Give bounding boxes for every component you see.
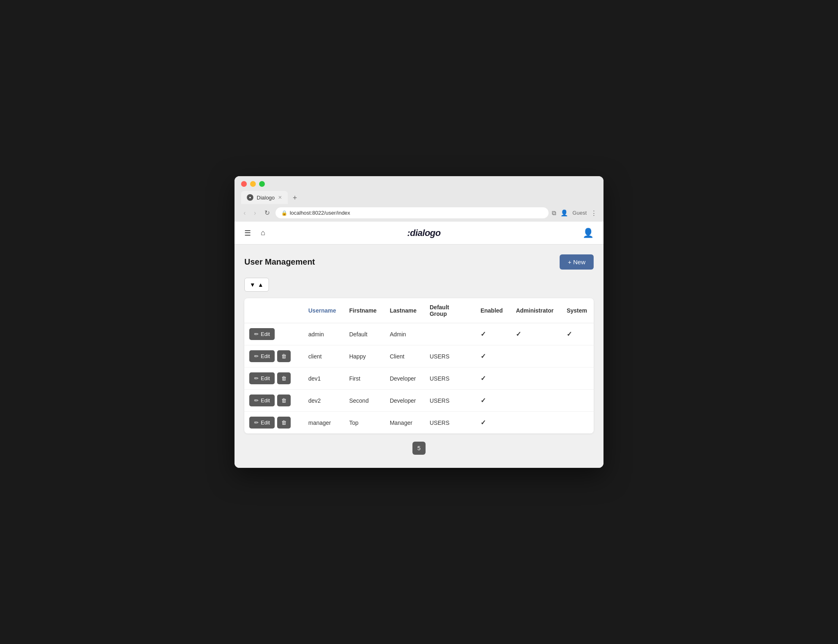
reload-button[interactable]: ↻ [262,208,272,218]
page-title: User Management [244,257,315,267]
lock-icon: 🔒 [281,210,287,216]
delete-button-manager[interactable]: 🗑 [277,417,291,429]
home-button[interactable]: ⌂ [259,227,267,239]
table-row: ✏ Edit🗑managerTopManagerUSERS✓ [244,412,594,434]
sort-icon: ▲ [258,281,264,288]
cell-username: dev2 [302,390,343,412]
table-row: ✏ EditadminDefaultAdmin✓✓✓ [244,323,594,345]
check-icon: ✓ [480,419,486,426]
col-header-administrator: Administrator [509,298,560,323]
cell-username: admin [302,323,343,345]
user-profile-button[interactable]: 👤 [581,226,595,240]
filter-bar: ▼ ▲ [244,278,594,292]
table-row: ✏ Edit🗑dev2SecondDeveloperUSERS✓ [244,390,594,412]
address-bar: ‹ › ↻ 🔒 localhost:8022/user/index ⧉ 👤 Gu… [235,204,603,222]
hamburger-menu-button[interactable]: ☰ [243,227,253,239]
row-actions: ✏ Edit [244,323,302,345]
header-left: ☰ ⌂ [243,227,267,239]
check-icon: ✓ [567,331,572,338]
check-icon: ✓ [480,331,486,338]
active-tab[interactable]: ● Dialogo ✕ [241,191,288,204]
filter-icon: ▼ [250,281,255,288]
users-table: Username Firstname Lastname Default Grou… [244,298,594,433]
maximize-traffic-light[interactable] [259,181,265,187]
cell-lastname: Manager [383,412,423,434]
cell-administrator [509,345,560,367]
cell-username: dev1 [302,367,343,390]
profile-icon[interactable]: 👤 [560,209,568,217]
address-bar-controls: ⧉ 👤 Guest ⋮ [552,209,597,217]
traffic-lights [241,181,597,187]
col-header-username[interactable]: Username [302,298,343,323]
guest-label: Guest [572,210,587,216]
col-header-default-group: Default Group [423,298,474,323]
url-bar[interactable]: 🔒 localhost:8022/user/index [276,207,549,218]
pencil-icon: ✏ [254,331,259,337]
new-tab-button[interactable]: + [289,192,301,204]
check-icon: ✓ [480,353,486,360]
pencil-icon: ✏ [254,353,259,359]
trash-icon: 🗑 [281,353,287,359]
cell-system [560,390,594,412]
row-actions: ✏ Edit🗑 [244,412,302,433]
edit-button-dev1[interactable]: ✏ Edit [249,372,275,384]
delete-button-dev1[interactable]: 🗑 [277,372,291,384]
tab-bar: ● Dialogo ✕ + [241,191,597,204]
row-actions: ✏ Edit🗑 [244,345,302,367]
cell-enabled: ✓ [474,323,509,345]
cell-firstname: Happy [343,345,383,367]
edit-button-admin[interactable]: ✏ Edit [249,328,275,340]
check-icon: ✓ [516,331,521,338]
tab-title: Dialogo [257,195,275,201]
row-actions: ✏ Edit🗑 [244,390,302,411]
tab-favicon: ● [247,194,253,201]
pencil-icon: ✏ [254,375,259,381]
new-user-button[interactable]: + New [560,254,594,270]
trash-icon: 🗑 [281,420,287,426]
cell-default_group: USERS [423,412,474,434]
check-icon: ✓ [480,375,486,382]
url-text: localhost:8022/user/index [290,210,350,216]
app-logo: :dialogo [407,228,441,238]
col-header-system: System [560,298,594,323]
forward-button[interactable]: › [251,209,258,218]
browser-chrome: ● Dialogo ✕ + [235,176,603,204]
col-header-lastname: Lastname [383,298,423,323]
cell-enabled: ✓ [474,345,509,367]
current-page-number[interactable]: 5 [412,442,426,455]
cell-lastname: Admin [383,323,423,345]
edit-button-dev2[interactable]: ✏ Edit [249,395,275,406]
filter-button[interactable]: ▼ ▲ [244,278,269,292]
cell-firstname: Top [343,412,383,434]
cell-enabled: ✓ [474,390,509,412]
browser-window: ● Dialogo ✕ + ‹ › ↻ 🔒 localhost:8022/use… [235,176,603,468]
cell-administrator [509,390,560,412]
delete-button-dev2[interactable]: 🗑 [277,395,291,406]
cell-default_group: USERS [423,367,474,390]
table-row: ✏ Edit🗑clientHappyClientUSERS✓ [244,345,594,367]
col-header-firstname: Firstname [343,298,383,323]
table-header: Username Firstname Lastname Default Grou… [244,298,594,323]
cell-firstname: Second [343,390,383,412]
page-header: User Management + New [244,254,594,270]
more-options-icon[interactable]: ⋮ [591,209,597,217]
cell-username: manager [302,412,343,434]
close-traffic-light[interactable] [241,181,247,187]
table-row: ✏ Edit🗑dev1FirstDeveloperUSERS✓ [244,367,594,390]
tab-close-icon[interactable]: ✕ [278,195,282,200]
cell-administrator [509,367,560,390]
pagination: 5 [244,442,594,455]
trash-icon: 🗑 [281,375,287,381]
cell-system [560,412,594,434]
delete-button-client[interactable]: 🗑 [277,350,291,362]
minimize-traffic-light[interactable] [250,181,256,187]
trash-icon: 🗑 [281,397,287,404]
split-view-icon[interactable]: ⧉ [552,209,556,217]
cell-system [560,367,594,390]
cell-system: ✓ [560,323,594,345]
edit-button-client[interactable]: ✏ Edit [249,350,275,362]
back-button[interactable]: ‹ [241,209,248,218]
cell-default_group [423,323,474,345]
edit-button-manager[interactable]: ✏ Edit [249,417,275,429]
cell-lastname: Developer [383,367,423,390]
